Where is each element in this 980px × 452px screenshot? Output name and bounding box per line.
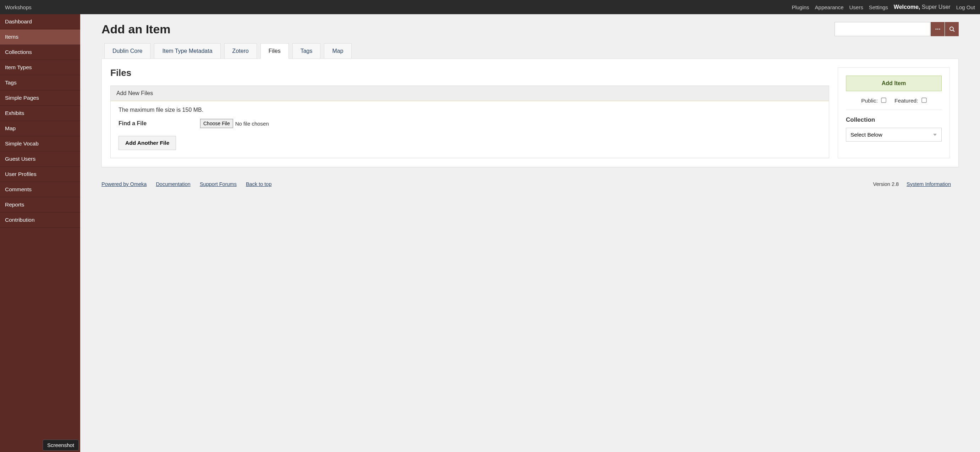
svg-point-2 xyxy=(939,29,940,29)
choose-file-button[interactable]: Choose File xyxy=(200,119,233,128)
sidebar-item-comments[interactable]: Comments xyxy=(0,182,80,197)
svg-point-1 xyxy=(937,29,938,29)
sidebar-item-simple-vocab[interactable]: Simple Vocab xyxy=(0,136,80,151)
file-panel-header: Add New Files xyxy=(111,86,829,101)
public-label-wrap: Public: xyxy=(861,97,886,104)
sidebar-item-reports[interactable]: Reports xyxy=(0,197,80,213)
welcome-prefix: Welcome, xyxy=(894,4,922,10)
search-options-button[interactable] xyxy=(930,22,945,36)
page-title: Add an Item xyxy=(102,22,171,36)
footer: Powered by Omeka Documentation Support F… xyxy=(102,181,959,187)
logout-link[interactable]: Log Out xyxy=(956,4,975,10)
topbar-right: Plugins Appearance Users Settings Welcom… xyxy=(792,4,975,10)
sidebar-item-user-profiles[interactable]: User Profiles xyxy=(0,167,80,182)
search-icon xyxy=(949,26,955,32)
svg-point-3 xyxy=(950,27,953,30)
welcome-user: Super User xyxy=(922,4,951,10)
tab-item-type-metadata[interactable]: Item Type Metadata xyxy=(154,43,220,59)
visibility-checks: Public: Featured: xyxy=(846,97,942,110)
collection-label: Collection xyxy=(846,116,942,124)
footer-link-support[interactable]: Support Forums xyxy=(200,181,237,187)
sidebar-item-map[interactable]: Map xyxy=(0,121,80,136)
tab-map[interactable]: Map xyxy=(324,43,351,59)
sidebar-item-tags[interactable]: Tags xyxy=(0,75,80,91)
footer-link-backtotop[interactable]: Back to top xyxy=(246,181,272,187)
topbar-link-users[interactable]: Users xyxy=(849,4,863,10)
side-panel: Add Item Public: Featured: Collection Se… xyxy=(838,67,950,158)
version-text: Version 2.8 xyxy=(873,181,899,187)
footer-link-sysinfo[interactable]: System Information xyxy=(907,181,951,187)
footer-link-powered[interactable]: Powered by Omeka xyxy=(102,181,146,187)
footer-link-documentation[interactable]: Documentation xyxy=(156,181,191,187)
collection-select-wrap: Select Below xyxy=(846,128,942,142)
collection-select[interactable]: Select Below xyxy=(846,128,942,142)
featured-checkbox[interactable] xyxy=(921,97,926,102)
files-heading: Files xyxy=(110,67,829,78)
tab-zotero[interactable]: Zotero xyxy=(224,43,257,59)
svg-line-4 xyxy=(953,30,955,32)
sidebar-item-collections[interactable]: Collections xyxy=(0,45,80,60)
add-another-file-button[interactable]: Add Another File xyxy=(119,136,176,150)
featured-label-wrap: Featured: xyxy=(894,97,926,104)
add-item-button[interactable]: Add Item xyxy=(846,76,942,91)
file-row: Find a File Choose File No file chosen xyxy=(119,119,821,128)
find-file-label: Find a File xyxy=(119,120,200,127)
search-input[interactable] xyxy=(835,22,930,36)
topbar-link-plugins[interactable]: Plugins xyxy=(792,4,809,10)
site-title-link[interactable]: Workshops xyxy=(5,4,32,10)
main-content: Add an Item Dublin Core Item Type Metada… xyxy=(80,14,980,452)
sidebar-item-items[interactable]: Items xyxy=(0,29,80,45)
sidebar-item-simple-pages[interactable]: Simple Pages xyxy=(0,91,80,106)
max-file-size-text: The maximum file size is 150 MB. xyxy=(119,107,821,113)
featured-label: Featured: xyxy=(894,97,918,103)
topbar-link-appearance[interactable]: Appearance xyxy=(815,4,844,10)
ellipsis-icon xyxy=(935,26,940,32)
search-submit-button[interactable] xyxy=(945,22,959,36)
screenshot-button[interactable]: Screenshot xyxy=(43,439,79,450)
topbar-link-settings[interactable]: Settings xyxy=(869,4,888,10)
file-panel-body: The maximum file size is 150 MB. Find a … xyxy=(111,101,829,158)
file-panel: Add New Files The maximum file size is 1… xyxy=(110,86,829,158)
search-group xyxy=(835,22,959,36)
no-file-chosen-text: No file chosen xyxy=(235,121,269,127)
welcome-message: Welcome, Super User xyxy=(894,4,951,10)
svg-point-0 xyxy=(935,29,936,29)
sidebar-item-dashboard[interactable]: Dashboard xyxy=(0,14,80,29)
footer-left: Powered by Omeka Documentation Support F… xyxy=(102,181,279,187)
public-checkbox[interactable] xyxy=(881,97,886,102)
files-column: Files Add New Files The maximum file siz… xyxy=(110,67,829,158)
tab-tags[interactable]: Tags xyxy=(293,43,321,59)
sidebar-item-exhibits[interactable]: Exhibits xyxy=(0,106,80,121)
sidebar-item-item-types[interactable]: Item Types xyxy=(0,60,80,75)
topbar: Workshops Plugins Appearance Users Setti… xyxy=(0,0,980,14)
tab-dublin-core[interactable]: Dublin Core xyxy=(104,43,150,59)
sidebar-item-contribution[interactable]: Contribution xyxy=(0,213,80,228)
tabs: Dublin Core Item Type Metadata Zotero Fi… xyxy=(102,43,959,59)
content-area: Files Add New Files The maximum file siz… xyxy=(102,59,959,167)
public-label: Public: xyxy=(861,97,878,103)
sidebar: Dashboard Items Collections Item Types T… xyxy=(0,14,80,452)
tab-files[interactable]: Files xyxy=(261,43,289,59)
sidebar-item-guest-users[interactable]: Guest Users xyxy=(0,151,80,167)
footer-right: Version 2.8 System Information xyxy=(873,181,959,187)
